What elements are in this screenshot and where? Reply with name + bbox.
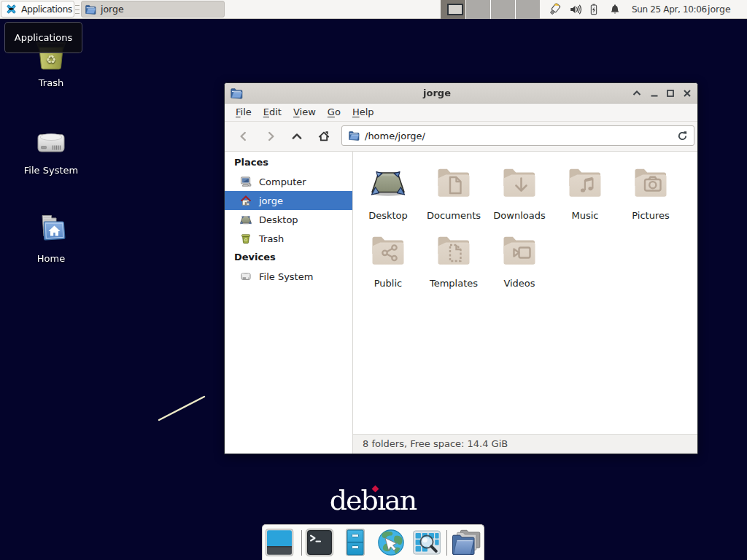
file-item-music[interactable]: Music	[552, 164, 618, 221]
shade-button[interactable]	[631, 88, 643, 99]
window-title: jorge	[423, 83, 451, 103]
notifications-icon[interactable]	[608, 3, 622, 16]
sidebar-item-label: Computer	[259, 176, 306, 187]
minimize-button[interactable]	[649, 88, 660, 99]
file-item-videos[interactable]: Videos	[487, 232, 552, 289]
file-view: Desktop Documents Downloads Music Pictur…	[353, 152, 697, 454]
file-grid: Desktop Documents Downloads Music Pictur…	[353, 152, 697, 434]
bottom-dock	[262, 524, 484, 560]
panel-clock[interactable]: Sun 25 Apr, 10:06	[632, 0, 707, 19]
panel-grip-handle[interactable]	[75, 5, 80, 14]
home-button[interactable]	[314, 126, 334, 147]
user-desktop-icon	[371, 164, 406, 199]
file-item-documents[interactable]: Documents	[421, 164, 487, 221]
file-manager-window: jorge File Edit View Go Help /home/jorge…	[224, 82, 698, 454]
path-bar[interactable]: /home/jorge/	[341, 125, 694, 146]
close-button[interactable]	[681, 88, 693, 99]
desktop-icon-file-system[interactable]: File System	[16, 128, 86, 176]
sidebar-item-jorge[interactable]: jorge	[225, 191, 352, 210]
reload-icon[interactable]	[677, 131, 688, 141]
user-desktop-icon	[240, 214, 252, 225]
maximize-button[interactable]	[665, 88, 676, 99]
web-browser-icon[interactable]	[376, 528, 406, 557]
back-button[interactable]	[233, 126, 254, 147]
app-finder-icon[interactable]	[412, 528, 441, 557]
back-icon	[238, 131, 249, 142]
file-item-desktop[interactable]: Desktop	[355, 164, 421, 221]
file-item-label: Public	[355, 278, 421, 289]
sidebar-header-devices: Devices	[225, 248, 352, 267]
folder-music-icon	[568, 164, 603, 199]
menu-help[interactable]: Help	[347, 104, 380, 121]
terminal-icon[interactable]	[305, 528, 334, 557]
desktop-stray-line	[157, 394, 208, 423]
sidebar-item-trash[interactable]: Trash	[225, 229, 352, 248]
folder-open-icon	[85, 4, 96, 15]
menu-edit[interactable]: Edit	[258, 104, 287, 121]
workspace-3[interactable]	[490, 0, 515, 19]
sidebar-item-desktop[interactable]: Desktop	[225, 210, 352, 229]
folder-pictures-icon	[633, 164, 668, 199]
sidebar-item-label: Trash	[259, 233, 284, 244]
top-panel: Applications jorge Sun 25 Apr, 10:06 jor…	[0, 0, 747, 19]
up-icon	[291, 131, 303, 142]
up-button[interactable]	[287, 126, 307, 147]
home-icon	[318, 131, 330, 142]
taskbar-window-button[interactable]: jorge	[81, 1, 225, 18]
drive-icon	[35, 128, 67, 155]
applications-tooltip-text: Applications	[15, 32, 72, 43]
xfce-menu-icon	[5, 3, 18, 15]
menu-go[interactable]: Go	[322, 104, 347, 121]
forward-icon	[265, 131, 276, 142]
forward-button[interactable]	[260, 126, 281, 147]
file-item-label: Music	[552, 210, 618, 221]
desktop-screen: { "panel": { "applications": { "label": …	[0, 0, 747, 560]
folder-open-icon	[348, 130, 360, 141]
file-item-label: Desktop	[355, 210, 421, 221]
file-item-downloads[interactable]: Downloads	[487, 164, 552, 221]
workspace-4[interactable]	[515, 0, 540, 19]
show-desktop-icon[interactable]	[265, 528, 294, 557]
folder-videos-icon	[502, 232, 537, 267]
file-item-pictures[interactable]: Pictures	[618, 164, 684, 221]
menu-file[interactable]: File	[230, 104, 258, 121]
file-manager-icon[interactable]	[341, 528, 370, 557]
workspace-2[interactable]	[465, 0, 490, 19]
folder-documents-icon	[436, 164, 471, 199]
sidebar-item-label: Desktop	[259, 214, 298, 225]
toolbar: /home/jorge/	[225, 122, 697, 152]
statusbar: 8 folders, Free space: 14.4 GiB	[353, 434, 697, 454]
sidebar-item-file-system[interactable]: File System	[225, 267, 352, 286]
desktop-icon-label: Trash	[39, 77, 63, 88]
applications-menu-button[interactable]: Applications	[1, 1, 74, 18]
sidebar-item-label: File System	[259, 271, 313, 282]
window-body: Places Computer jorge Desktop Trash Devi…	[225, 152, 697, 454]
drive-icon	[240, 271, 252, 282]
battery-icon[interactable]	[587, 3, 600, 16]
file-item-label: Templates	[421, 278, 487, 289]
desktop-icon-home[interactable]: Home	[16, 214, 86, 264]
computer-icon	[240, 176, 252, 187]
sidebar-item-computer[interactable]: Computer	[225, 172, 352, 191]
path-text[interactable]: /home/jorge/	[365, 131, 672, 141]
desktop-icon-label: File System	[24, 165, 78, 176]
sidebar-item-label: jorge	[259, 195, 283, 206]
window-titlebar[interactable]: jorge	[225, 83, 697, 104]
directory-menu-icon[interactable]	[452, 528, 481, 557]
sidebar: Places Computer jorge Desktop Trash Devi…	[225, 152, 353, 454]
taskbar-window-label: jorge	[101, 4, 124, 15]
trash-icon	[240, 233, 252, 244]
window-folder-icon	[230, 87, 243, 100]
sidebar-header-places: Places	[225, 153, 352, 172]
panel-user-label[interactable]: jorge	[708, 0, 731, 19]
file-item-label: Downloads	[487, 210, 552, 221]
workspace-1[interactable]	[441, 0, 465, 19]
dock-separator	[446, 530, 447, 556]
input-device-icon[interactable]	[549, 3, 562, 16]
file-item-public[interactable]: Public	[355, 232, 421, 289]
menu-view[interactable]: View	[287, 104, 322, 121]
file-item-label: Pictures	[618, 210, 684, 221]
file-item-templates[interactable]: Templates	[421, 232, 487, 289]
applications-menu-label: Applications	[21, 4, 72, 15]
volume-icon[interactable]	[569, 3, 582, 16]
